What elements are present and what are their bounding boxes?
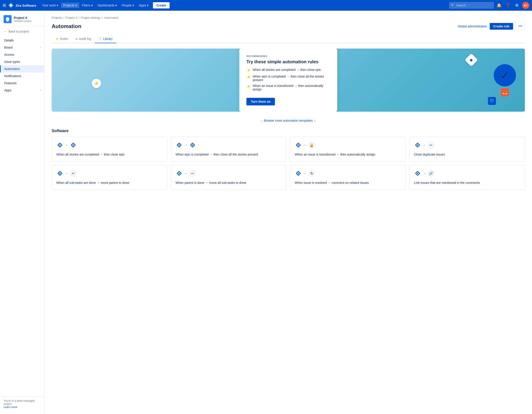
card-3-action-icon: 🔒	[308, 141, 315, 149]
card-8-action-icon: 🔗	[428, 170, 435, 177]
card-4-arrow: →	[422, 143, 426, 147]
card-5-text: When all sub-tasks are done → move paren…	[56, 180, 163, 185]
tab-rules[interactable]: ⚡ Rules	[52, 35, 72, 43]
card-3-icons: → 🔒	[295, 141, 401, 149]
tab-library[interactable]: 📄 Library	[95, 35, 116, 43]
settings-icon[interactable]: ⚙	[513, 2, 520, 9]
breadcrumb-projects[interactable]: Projects	[52, 16, 62, 20]
top-navigation: ⊞ Jira Software Your work▾ Projects▾ Fil…	[0, 0, 532, 11]
sidebar-item-notifications[interactable]: Notifications	[0, 72, 44, 79]
card-1-text: When all stories are completed → then cl…	[56, 152, 163, 157]
tab-audit-log[interactable]: ⊙ Audit log	[72, 35, 95, 43]
automation-card-7[interactable]: → ↻ When issue is resolved → comment on …	[290, 165, 406, 190]
breadcrumb-project-x[interactable]: Project X	[66, 16, 77, 20]
card-4-action-icon: ↩	[428, 141, 435, 149]
dec-shield: 🛡	[488, 97, 496, 105]
automation-card-1[interactable]: → When all stories are completed → then …	[52, 137, 167, 162]
sidebar-item-features[interactable]: Features	[0, 79, 44, 87]
top-nav-items: Your work▾ Projects▾ Filters▾ Dashboards…	[40, 2, 448, 9]
expand-icon: ›	[40, 89, 41, 92]
card-6-action-icon: ↩	[189, 170, 196, 177]
automation-card-5[interactable]: → ↩ When all sub-tasks are done → move p…	[52, 165, 167, 190]
nav-projects[interactable]: Projects▾	[61, 3, 79, 8]
project-type: Software project	[14, 20, 31, 22]
app-logo[interactable]: Jira Software	[8, 2, 36, 9]
card-1-trigger-icon	[56, 141, 63, 149]
card-2-action-icon	[189, 141, 196, 149]
browse-more-link[interactable]: ↓ Browse more automation templates ↓	[52, 119, 525, 122]
rules-icon: ⚡	[55, 37, 59, 40]
main-content: Projects / Project X / Project settings …	[45, 11, 532, 414]
card-6-text: When parent is done → move all sub-tasks…	[176, 180, 282, 185]
nav-your-work[interactable]: Your work▾	[40, 3, 61, 8]
breadcrumb: Projects / Project X / Project settings …	[52, 16, 525, 20]
card-3-arrow: →	[303, 143, 307, 147]
more-actions-button[interactable]: •••	[516, 22, 525, 30]
sidebar-item-details[interactable]: Details	[0, 37, 44, 44]
software-section-title: Software	[52, 128, 525, 133]
recommended-section: ⚡ ◆ ✓ 🦊 🛡 RECOMMENDED Try these simple a…	[52, 49, 525, 112]
card-2-trigger-icon	[176, 141, 183, 149]
software-cards-grid-2: → ↩ When all sub-tasks are done → move p…	[52, 165, 525, 190]
search-wrapper: 🔍	[449, 2, 494, 9]
nav-people[interactable]: People▾	[120, 3, 136, 8]
top-nav-right: 🔍 🔔 ❓ ⚙ EC	[449, 2, 529, 9]
learn-more-link[interactable]: Learn more	[4, 405, 17, 409]
sidebar-item-access[interactable]: Access	[0, 51, 44, 58]
sidebar-item-automation[interactable]: Automation	[0, 65, 44, 72]
card-5-icons: → ↩	[56, 170, 163, 177]
automation-card-3[interactable]: → 🔒 When an issue is transitioned → then…	[290, 137, 406, 162]
sidebar-item-apps[interactable]: Apps ›	[0, 87, 44, 94]
automation-card-8[interactable]: → 🔗 Link issues that are mentioned in th…	[409, 165, 525, 190]
bolt-icon-3: ⚡	[247, 84, 251, 89]
sidebar-project: Project X Software project	[0, 13, 44, 26]
card-2-text: When epic is completed → then close all …	[176, 152, 282, 157]
card-4-text: Close duplicate issues	[414, 152, 520, 157]
user-avatar[interactable]: EC	[522, 2, 529, 9]
help-icon[interactable]: ❓	[504, 2, 512, 9]
card-7-trigger-icon	[295, 170, 302, 177]
card-5-arrow: →	[65, 171, 68, 175]
notifications-icon[interactable]: 🔔	[495, 2, 503, 9]
grid-icon[interactable]: ⊞	[3, 3, 6, 8]
page-header-actions: Global administration Create rule •••	[458, 22, 525, 30]
automation-card-4[interactable]: → ↩ Close duplicate issues	[409, 137, 525, 162]
card-2-icons: →	[176, 141, 282, 149]
automation-card-6[interactable]: → ↩ When parent is done → move all sub-t…	[171, 165, 287, 190]
back-icon: ←	[4, 30, 7, 33]
card-3-text: When an issue is transitioned → then aut…	[295, 152, 401, 157]
audit-icon: ⊙	[75, 37, 78, 40]
project-icon	[4, 15, 12, 23]
breadcrumb-project-settings[interactable]: Project settings	[81, 16, 101, 20]
card-7-icons: → ↻	[295, 170, 401, 177]
app-name: Jira Software	[15, 4, 36, 7]
global-admin-button[interactable]: Global administration	[458, 25, 487, 28]
nav-apps[interactable]: Apps▾	[137, 3, 151, 8]
sidebar-item-issue-types[interactable]: Issue types	[0, 58, 44, 65]
recommended-card: RECOMMENDED Try these simple automation …	[239, 49, 337, 112]
card-1-arrow: →	[65, 143, 68, 147]
nav-dashboards[interactable]: Dashboards▾	[95, 3, 119, 8]
search-input[interactable]	[449, 2, 494, 9]
expand-icon: ›	[40, 46, 41, 49]
turn-them-on-button[interactable]: Turn them on	[247, 98, 275, 105]
card-2-arrow: →	[184, 143, 188, 147]
card-5-trigger-icon	[56, 170, 63, 177]
page-title: Automation	[52, 23, 81, 30]
card-7-text: When issue is resolved → comment on rela…	[295, 180, 401, 185]
create-button[interactable]: Create	[153, 2, 170, 9]
sidebar-footer: You're in a team-managed project Learn m…	[0, 396, 44, 411]
card-6-icons: → ↩	[176, 170, 282, 177]
dec-bolt-top: ◆	[466, 55, 476, 65]
automation-card-2[interactable]: → When epic is completed → then close al…	[171, 137, 287, 162]
card-8-arrow: →	[422, 171, 426, 175]
rec-rule-2: ⚡ When epic is completed → then close al…	[247, 75, 330, 82]
back-to-project[interactable]: ← Back to project	[0, 28, 44, 35]
sidebar: Project X Software project ← Back to pro…	[0, 11, 45, 414]
nav-filters[interactable]: Filters▾	[80, 3, 95, 8]
create-rule-button[interactable]: Create rule	[490, 23, 513, 30]
app-layout: Project X Software project ← Back to pro…	[0, 11, 532, 414]
sidebar-item-board[interactable]: Board ›	[0, 44, 44, 51]
card-6-arrow: →	[184, 171, 188, 175]
dec-bolt-left: ⚡	[92, 79, 101, 88]
